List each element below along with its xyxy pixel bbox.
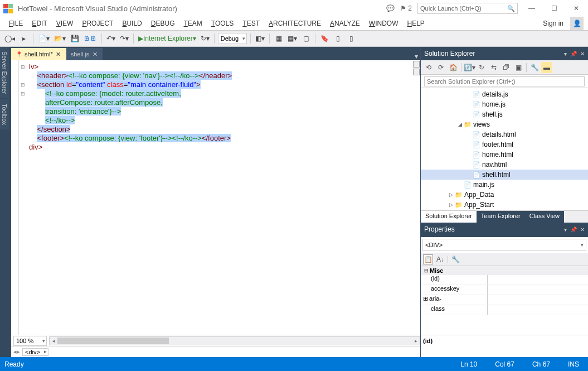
sign-in-link[interactable]: Sign in — [538, 18, 568, 28]
open-file-button[interactable]: 📂▾ — [53, 32, 67, 45]
tree-node[interactable]: 📄footer.html — [421, 139, 588, 150]
tab-close-icon[interactable]: ✕ — [55, 51, 62, 58]
panel-close-button[interactable]: ✕ — [580, 227, 585, 233]
se-back-button[interactable]: ⟲ — [423, 62, 434, 73]
tree-node[interactable]: 📄shell.js — [421, 109, 588, 119]
se-home-button[interactable]: 🏠 — [448, 62, 459, 73]
feedback-icon[interactable]: 💬 — [386, 4, 395, 12]
property-row[interactable]: class — [421, 305, 588, 315]
property-row[interactable]: (id) — [421, 275, 588, 285]
panel-close-button[interactable]: ✕ — [580, 51, 585, 57]
tree-node[interactable]: 📄nav.html — [421, 160, 588, 170]
se-preview-button[interactable]: ▣ — [513, 62, 524, 73]
props-categorized-button[interactable]: 📋 — [423, 254, 433, 264]
side-tab-server-explorer[interactable]: Server Explorer — [0, 47, 9, 98]
tab-solution-explorer[interactable]: Solution Explorer — [421, 211, 477, 223]
document-tab[interactable]: shell.js✕ — [66, 48, 103, 60]
scroll-thumb[interactable] — [57, 338, 169, 344]
tree-node[interactable]: 📄details.html — [421, 129, 588, 139]
close-button[interactable]: ✕ — [568, 3, 585, 14]
save-button[interactable]: 💾 — [69, 32, 80, 45]
tab-team-explorer[interactable]: Team Explorer — [477, 211, 525, 223]
zoom-dropdown[interactable]: 100 % — [13, 336, 47, 346]
horizontal-scrollbar[interactable]: ◂ ▸ — [49, 336, 420, 345]
code-editor[interactable]: ⊟⊟⊟ iv> <header><!--ko compose: {view: '… — [11, 60, 420, 335]
minimize-button[interactable]: — — [523, 3, 540, 14]
tree-node[interactable]: 📄main.js — [421, 180, 588, 190]
panel-pin-button[interactable]: 📌 — [570, 51, 577, 57]
nav-back-button[interactable]: ◯◂ — [3, 32, 16, 45]
panel-menu-button[interactable]: ▾ — [564, 51, 567, 57]
se-refresh-button[interactable]: ↻ — [476, 62, 487, 73]
props-pages-button[interactable]: 🔧 — [450, 254, 460, 264]
menu-edit[interactable]: EDIT — [27, 18, 51, 28]
code-content[interactable]: iv> <header><!--ko compose: {view: 'nav'… — [27, 60, 420, 335]
outline-gutter[interactable]: ⊟⊟⊟ — [19, 60, 27, 335]
menu-team[interactable]: TEAM — [179, 18, 206, 28]
scroll-left-arrow[interactable]: ◂ — [50, 337, 57, 345]
maximize-button[interactable]: ☐ — [546, 3, 562, 14]
menu-architecture[interactable]: ARCHITECTURE — [264, 18, 325, 28]
toolbar-button-5[interactable]: ▯ — [332, 32, 343, 45]
side-tab-toolbox[interactable]: Toolbox — [0, 99, 9, 129]
save-all-button[interactable]: 🗎🗎 — [82, 32, 98, 45]
redo-button[interactable]: ↷▾ — [119, 32, 130, 45]
editor-split-buttons[interactable] — [412, 60, 420, 76]
menu-project[interactable]: PROJECT — [77, 18, 118, 28]
bookmark-button[interactable]: 🔖 — [319, 32, 330, 45]
toolbar-button-2[interactable]: ▦ — [273, 32, 284, 45]
se-forward-button[interactable]: ⟳ — [435, 62, 446, 73]
property-row[interactable]: accesskey — [421, 285, 588, 295]
document-tab[interactable]: 📍shell.html*✕ — [11, 48, 66, 60]
undo-button[interactable]: ↶▾ — [105, 32, 116, 45]
tree-node[interactable]: 📄home.html — [421, 150, 588, 160]
props-alpha-button[interactable]: A↓ — [435, 254, 445, 264]
search-icon[interactable]: 🔍 — [507, 5, 515, 12]
config-dropdown[interactable]: Debug — [218, 33, 247, 44]
properties-selection-dropdown[interactable]: <DIV> — [422, 239, 586, 251]
menu-tools[interactable]: TOOLS — [207, 18, 238, 28]
nav-forward-button[interactable]: ▸ — [18, 32, 30, 45]
menu-build[interactable]: BUILD — [118, 18, 146, 28]
toolbar-button-1[interactable]: ◧▾ — [254, 32, 266, 45]
toolbar-button-3[interactable]: ▦▾ — [286, 32, 298, 45]
tree-node[interactable]: 📄shell.html — [421, 170, 588, 180]
menu-window[interactable]: WINDOW — [365, 18, 403, 28]
browser-refresh-button[interactable]: ↻▾ — [200, 32, 211, 45]
property-row[interactable]: ⊞aria- — [421, 295, 588, 305]
avatar-icon[interactable]: 👤 — [570, 17, 584, 30]
panel-menu-button[interactable]: ▾ — [564, 227, 567, 233]
panel-pin-button[interactable]: 📌 — [570, 227, 577, 233]
menu-analyze[interactable]: ANALYZE — [325, 18, 365, 28]
se-view-button[interactable]: ▬ — [541, 62, 552, 73]
solution-tree[interactable]: 📄details.js📄home.js📄shell.js◢📁views📄deta… — [421, 88, 588, 210]
breadcrumb-item[interactable]: <div> — [22, 348, 48, 356]
tree-node[interactable]: 📄home.js — [421, 99, 588, 109]
menu-debug[interactable]: DEBUG — [147, 18, 179, 28]
breadcrumb-nav-left[interactable]: ◂▸ — [13, 348, 20, 355]
run-button[interactable]: ▶ Internet Explorer ▾ — [137, 32, 197, 45]
se-sync-button[interactable]: 🔃▾ — [464, 62, 475, 73]
tab-overflow-button[interactable]: ▾ — [412, 52, 420, 60]
se-collapse-button[interactable]: ⇆ — [488, 62, 499, 73]
props-category[interactable]: ⊟Misc — [421, 266, 588, 275]
tree-node[interactable]: ▷📁App_Data — [421, 190, 588, 200]
scroll-right-arrow[interactable]: ▸ — [412, 337, 420, 345]
se-properties-button[interactable]: 🔧 — [529, 62, 540, 73]
quick-launch-input[interactable]: Quick Launch (Ctrl+Q)🔍 — [417, 3, 518, 14]
menu-file[interactable]: FILE — [4, 18, 27, 28]
se-showall-button[interactable]: 🗇 — [500, 62, 512, 73]
tree-node[interactable]: 📄details.js — [421, 89, 588, 99]
tree-node[interactable]: ◢📁views — [421, 119, 588, 129]
toolbar-button-6[interactable]: ▯ — [346, 32, 357, 45]
solution-explorer-search-input[interactable] — [424, 76, 585, 86]
properties-grid[interactable]: ⊟Misc (id)accesskey⊞aria-class — [421, 266, 588, 335]
tree-node[interactable]: ▷📁App_Start — [421, 200, 588, 210]
tab-class-view[interactable]: Class View — [525, 211, 564, 223]
tab-close-icon[interactable]: ✕ — [91, 51, 98, 58]
pin-icon[interactable]: 📍 — [16, 51, 22, 57]
toolbar-button-4[interactable]: ▢ — [300, 32, 312, 45]
menu-help[interactable]: HELP — [402, 18, 429, 28]
notifications-flag-icon[interactable]: ⚑ 2 — [400, 4, 412, 12]
menu-view[interactable]: VIEW — [52, 18, 78, 28]
